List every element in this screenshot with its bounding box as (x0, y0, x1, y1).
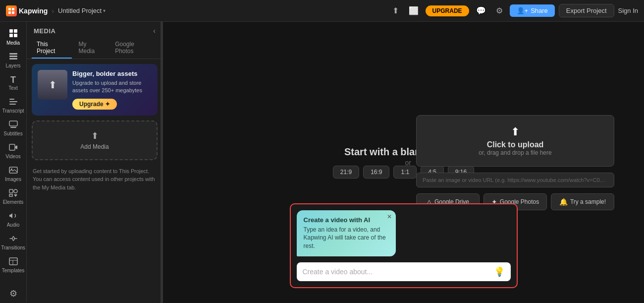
add-media-box[interactable]: ⬆ Add Media (32, 121, 158, 160)
media-icon (9, 29, 18, 39)
ai-bulb-button[interactable]: 💡 (494, 266, 505, 277)
sidebar-tabs: This Project My Media Google Photos (27, 38, 162, 59)
svg-rect-21 (9, 258, 17, 265)
project-chevron-icon: ▾ (103, 8, 106, 13)
layers-icon (9, 53, 18, 62)
signin-button[interactable]: Sign In (618, 7, 638, 14)
svg-rect-3 (12, 11, 14, 14)
sidebar-header: MEDIA ‹ (27, 22, 162, 38)
elements-icon (9, 189, 18, 198)
or-text: or (405, 159, 411, 167)
comment-button[interactable]: 💬 (473, 4, 489, 17)
text-icon: T (10, 75, 16, 84)
svg-point-20 (14, 189, 17, 193)
sidebar-panel: MEDIA ‹ This Project My Media Google Pho… (27, 22, 163, 303)
tab-google-photos[interactable]: Google Photos (110, 38, 158, 59)
sidebar-item-settings[interactable]: ⚙ (1, 286, 26, 303)
upgrade-card: ⬆ Bigger, bolder assets Upgrade to uploa… (32, 64, 158, 116)
ai-bubble-title: Create a video with AI (304, 216, 389, 224)
svg-rect-10 (9, 58, 17, 60)
logo-icon (6, 5, 17, 16)
svg-rect-11 (9, 99, 14, 100)
sidebar-item-templates[interactable]: Templates (1, 254, 26, 276)
export-button[interactable]: Export Project (559, 4, 614, 17)
sidebar-item-images[interactable]: Images (1, 163, 26, 185)
svg-rect-15 (10, 127, 16, 128)
canvas-area: Start with a blank canvas 21:9 16:9 1:1 … (163, 22, 644, 303)
upload-arrow-icon: ⬆ (49, 79, 57, 91)
sidebar-item-media[interactable]: Media (1, 26, 26, 49)
ai-video-input[interactable] (303, 268, 490, 276)
try-sample-icon: 🔔 (559, 198, 568, 206)
videos-icon (9, 143, 18, 153)
share-icon: 👤+ (517, 7, 529, 14)
bulb-icon: 💡 (494, 267, 505, 277)
resize-handle[interactable] (161, 22, 162, 303)
ar-1-1[interactable]: 1:1 (393, 166, 417, 179)
ar-16-9[interactable]: 16:9 (363, 166, 389, 179)
svg-rect-9 (9, 56, 17, 57)
brand-name: Kapwing (19, 7, 48, 15)
upgrade-card-thumbnail: ⬆ (38, 70, 67, 100)
upgrade-card-desc: Upgrade to upload and store assets over … (72, 79, 152, 95)
sidebar-item-text[interactable]: T Text (1, 72, 26, 94)
svg-rect-5 (14, 29, 17, 33)
share-button[interactable]: 👤+ Share (510, 4, 555, 17)
upgrade-card-title: Bigger, bolder assets (72, 70, 152, 77)
svg-rect-13 (9, 104, 16, 105)
sidebar-item-layers[interactable]: Layers (1, 50, 26, 71)
ar-21-9[interactable]: 21:9 (333, 166, 359, 179)
ai-creation-box: ✕ Create a video with AI Type an idea fo… (290, 203, 518, 288)
ai-bubble: ✕ Create a video with AI Type an idea fo… (297, 210, 396, 256)
transcript-icon (9, 98, 18, 107)
upload-drop-zone[interactable]: ⬆ Click to upload or, drag and drop a fi… (416, 115, 614, 167)
settings-nav-icon: ⚙ (9, 289, 17, 298)
sidebar-title: MEDIA (34, 27, 55, 35)
topbar-actions: ⬆ ⬜ UPGRADE 💬 ⚙ 👤+ Share Export Project … (389, 4, 638, 17)
svg-rect-4 (9, 29, 13, 33)
sidebar-item-videos[interactable]: Videos (1, 140, 26, 162)
svg-rect-1 (12, 8, 14, 10)
audio-icon (9, 212, 18, 221)
svg-rect-12 (9, 101, 17, 102)
screen-button[interactable]: ⬜ (406, 4, 422, 17)
svg-rect-7 (14, 34, 17, 37)
sidebar-item-transitions[interactable]: Transitions (1, 232, 26, 253)
sidebar-item-audio[interactable]: Audio (1, 209, 26, 231)
drag-drop-text: or, drag and drop a file here (427, 149, 604, 156)
svg-rect-8 (9, 53, 17, 55)
sidebar-tip: Get started by uploading content to This… (32, 165, 158, 194)
upload-panel: ⬆ Click to upload or, drag and drop a fi… (416, 115, 614, 210)
svg-rect-16 (9, 144, 15, 150)
sidebar-item-transcript[interactable]: Transcript (1, 95, 26, 117)
svg-rect-0 (8, 8, 11, 10)
click-to-upload-text: Click to upload (427, 140, 604, 149)
upload-button[interactable]: ⬆ (389, 4, 402, 17)
add-media-icon: ⬆ (91, 130, 99, 141)
templates-icon (9, 257, 18, 267)
main-layout: Media Layers T Text Transcript Subtitles (0, 22, 644, 303)
logo[interactable]: Kapwing (6, 5, 48, 16)
ai-input-row: 💡 (297, 262, 511, 281)
svg-rect-6 (9, 34, 13, 37)
settings-button[interactable]: ⚙ (493, 4, 506, 17)
project-name[interactable]: Untitled Project ▾ (58, 7, 106, 14)
sidebar-collapse-button[interactable]: ‹ (153, 27, 156, 35)
svg-rect-19 (9, 189, 13, 193)
tab-this-project[interactable]: This Project (32, 38, 72, 59)
images-icon (9, 166, 18, 176)
upgrade-button[interactable]: UPGRADE (426, 5, 469, 16)
sidebar-content: ⬆ Bigger, bolder assets Upgrade to uploa… (27, 59, 162, 303)
url-input[interactable]: Paste an image or video URL (e.g. https:… (416, 173, 614, 187)
upgrade-card-body: Bigger, bolder assets Upgrade to upload … (72, 70, 152, 110)
ai-bubble-close-button[interactable]: ✕ (387, 213, 392, 220)
sidebar-item-subtitles[interactable]: Subtitles (1, 118, 26, 139)
try-sample-label: Try a sample! (570, 198, 606, 205)
tab-my-media[interactable]: My Media (74, 38, 108, 59)
svg-rect-14 (9, 121, 17, 126)
transitions-icon (9, 235, 18, 244)
subtitles-icon (9, 121, 18, 130)
try-sample-button[interactable]: 🔔 Try a sample! (551, 193, 614, 210)
sidebar-item-elements[interactable]: Elements (1, 186, 26, 208)
upgrade-card-button[interactable]: Upgrade ✦ (72, 99, 117, 110)
